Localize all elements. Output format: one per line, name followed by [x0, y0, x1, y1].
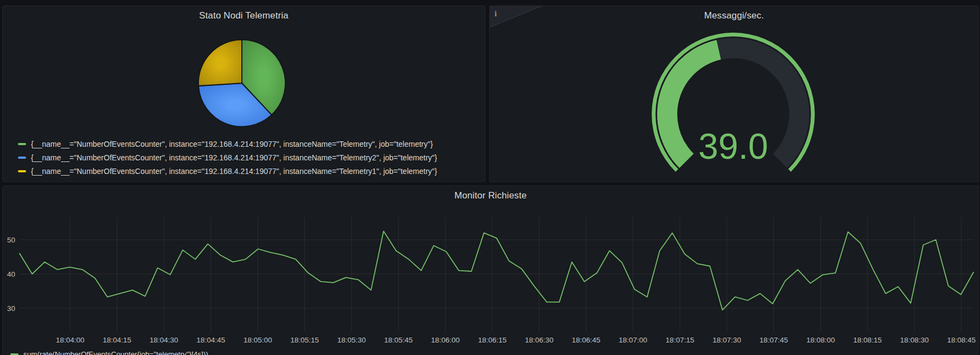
legend-label: sum(rate(NumberOfEventsCounter{job="tele… — [23, 350, 208, 355]
y-axis-tick-label: 50 — [7, 236, 15, 244]
y-axis-tick-label: 30 — [7, 304, 15, 313]
pie-legend: {__name__="NumberOfEventsCounter", insta… — [18, 139, 437, 177]
legend-swatch-green — [10, 353, 18, 355]
legend-label: {__name__="NumberOfEventsCounter", insta… — [31, 167, 437, 176]
panel-title-stato-nodi-telemetria[interactable]: Stato Nodi Telemetria — [3, 6, 485, 26]
timeseries-chart[interactable]: 18:04:0018:04:1518:04:3018:04:4518:05:00… — [3, 186, 976, 349]
x-axis-tick-label: 18:05:15 — [290, 336, 319, 344]
grafana-dashboard: { "colors": { "green": "#73BF69", "blue"… — [0, 0, 980, 355]
legend-swatch-green — [18, 143, 26, 145]
x-axis-tick-label: 18:08:00 — [807, 336, 835, 344]
x-axis-tick-label: 18:04:00 — [56, 336, 85, 344]
x-axis-tick-label: 18:05:30 — [338, 336, 366, 344]
legend-label: {__name__="NumberOfEventsCounter", insta… — [31, 153, 437, 162]
x-axis-tick-label: 18:06:30 — [525, 336, 554, 344]
x-axis-tick-label: 18:04:15 — [103, 336, 132, 344]
legend-item-telemetry1[interactable]: {__name__="NumberOfEventsCounter", insta… — [18, 166, 437, 177]
x-axis-tick-label: 18:04:45 — [197, 336, 226, 344]
x-axis-tick-label: 18:04:30 — [149, 336, 178, 344]
series-line — [20, 231, 973, 310]
panel-monitor-richieste: Monitor Richieste 18:04:0018:04:1518:04:… — [2, 185, 979, 355]
pie-slice-2[interactable] — [198, 40, 242, 86]
panel-messaggi-sec: i Messaggi/sec. 39.0 — [489, 5, 979, 182]
x-axis-tick-label: 18:06:45 — [572, 336, 601, 344]
legend-item-telemetry[interactable]: {__name__="NumberOfEventsCounter", insta… — [18, 139, 437, 150]
gauge-value-text: 39.0 — [698, 126, 768, 166]
x-axis-tick-label: 18:08:45 — [947, 336, 976, 344]
panel-stato-nodi-telemetria: Stato Nodi Telemetria {__name__="NumberO… — [2, 5, 485, 182]
x-axis-tick-label: 18:08:15 — [853, 336, 882, 344]
x-axis-tick-label: 18:08:30 — [900, 336, 929, 344]
legend-item-telemetry2[interactable]: {__name__="NumberOfEventsCounter", insta… — [18, 152, 437, 163]
pie-chart[interactable] — [191, 33, 292, 134]
x-axis-tick-label: 18:06:15 — [478, 336, 507, 344]
y-axis-tick-label: 40 — [7, 270, 15, 278]
x-axis-tick-label: 18:07:30 — [713, 336, 741, 344]
x-axis-tick-label: 18:07:45 — [759, 336, 788, 344]
x-axis-tick-label: 18:05:00 — [244, 336, 272, 344]
legend-label: {__name__="NumberOfEventsCounter", insta… — [31, 140, 433, 148]
timeseries-legend-item[interactable]: sum(rate(NumberOfEventsCounter{job="tele… — [10, 350, 208, 355]
x-axis-tick-label: 18:07:15 — [666, 336, 695, 344]
x-axis-tick-label: 18:07:00 — [619, 336, 647, 344]
legend-swatch-blue — [18, 157, 26, 159]
x-axis-tick-label: 18:06:00 — [431, 336, 460, 344]
legend-swatch-yellow — [18, 170, 26, 172]
gauge-chart: 39.0 — [490, 6, 978, 182]
x-axis-tick-label: 18:05:45 — [384, 336, 413, 344]
